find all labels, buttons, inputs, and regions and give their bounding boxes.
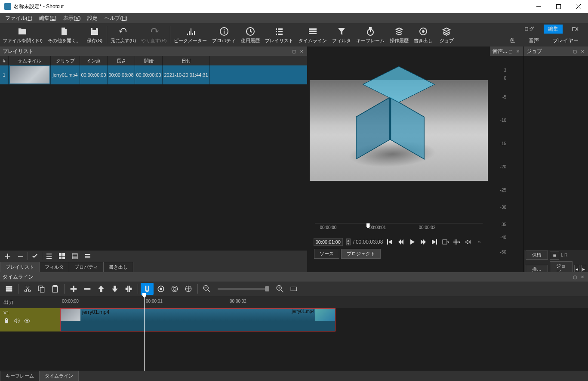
playlist-tab-プレイリスト[interactable]: プレイリスト: [0, 262, 40, 272]
export-button[interactable]: 書き出し: [411, 23, 435, 46]
menu-ファイル[interactable]: ファイル(F): [2, 13, 36, 23]
open-file-button[interactable]: ファイルを開く(O): [0, 23, 45, 46]
timeline-clip-audio[interactable]: [60, 321, 336, 331]
history-button[interactable]: 使用履歴: [238, 23, 262, 46]
zoom-out-button[interactable]: [200, 283, 213, 295]
menu-ヘルプ[interactable]: ヘルプ(H): [101, 13, 131, 23]
fast-forward-button[interactable]: [419, 238, 428, 246]
hold-button[interactable]: 保留: [526, 251, 548, 260]
rewind-button[interactable]: [397, 238, 405, 246]
playlist-col-4[interactable]: 長さ: [108, 56, 135, 65]
cut-button[interactable]: [21, 283, 34, 295]
preview-viewport[interactable]: [310, 80, 488, 181]
jobs-undock-icon[interactable]: ▢: [572, 48, 578, 54]
timecode-up[interactable]: ▲: [346, 239, 351, 242]
track-header-v1[interactable]: V1: [0, 308, 60, 331]
skip-next-button[interactable]: [430, 238, 439, 246]
zoom-fit-button[interactable]: ▾: [441, 238, 450, 246]
playlist-col-6[interactable]: 日付: [163, 56, 210, 65]
more-button[interactable]: »: [475, 238, 483, 246]
filters-button[interactable]: フィルタ: [329, 23, 354, 46]
timecode-down[interactable]: ▼: [346, 242, 351, 245]
view-tab-プレイヤー[interactable]: プレイヤー: [548, 36, 583, 45]
skip-prev-button[interactable]: [385, 238, 394, 246]
view-tab-ログ[interactable]: ログ: [520, 25, 539, 34]
current-timecode[interactable]: 00:00:01:00: [314, 238, 343, 246]
overwrite-button[interactable]: [108, 283, 121, 295]
op-history-button[interactable]: 操作履歴: [387, 23, 411, 46]
ripple-all-button[interactable]: [182, 283, 195, 295]
volume-button[interactable]: [464, 238, 472, 246]
zoom-in-button[interactable]: [274, 283, 286, 295]
playlist-update-button[interactable]: [29, 251, 41, 261]
save-button[interactable]: 保存(S): [83, 23, 106, 46]
ripple-button[interactable]: [168, 283, 181, 295]
timeline-tab-タイムライン[interactable]: タイムライン: [39, 371, 79, 381]
view-tab-FX[interactable]: FX: [568, 25, 583, 33]
timeline-clip[interactable]: jerry01.mp4 jerry01.mp4: [60, 308, 336, 321]
playlist-menu-button[interactable]: [82, 251, 94, 261]
split-button[interactable]: [122, 283, 135, 295]
timeline-ruler[interactable]: 00:00:0000:00:0100:00:02: [60, 296, 588, 308]
playlist-tab-フィルタ[interactable]: フィルタ: [39, 262, 69, 272]
playlist-col-1[interactable]: サムネイル: [9, 56, 51, 65]
menu-編集[interactable]: 編集(E): [36, 13, 60, 23]
remove-button[interactable]: [81, 283, 94, 295]
zoom-slider[interactable]: [218, 288, 269, 290]
source-tab-プロジェクト[interactable]: プロジェクト: [341, 249, 381, 259]
keyframes-button[interactable]: キーフレーム: [354, 23, 387, 46]
hide-icon[interactable]: [24, 318, 30, 324]
timeline-close-icon[interactable]: ✕: [579, 274, 585, 280]
audio-close-icon[interactable]: ✕: [515, 48, 521, 54]
minimize-button[interactable]: [529, 0, 548, 13]
playlist-col-0[interactable]: #: [0, 56, 9, 65]
timeline-playhead[interactable]: [144, 296, 145, 371]
playlist-view-tiles-button[interactable]: [56, 251, 68, 261]
redo-button[interactable]: やり直す(R): [139, 23, 169, 46]
timeline-clip-area[interactable]: jerry01.mp4 jerry01.mp4: [60, 308, 588, 331]
timeline-tab-キーフレーム[interactable]: キーフレーム: [0, 371, 40, 381]
peak-meter-button[interactable]: ピークメーター: [171, 23, 209, 46]
zoom-fit-button[interactable]: [287, 283, 300, 295]
playlist-close-icon[interactable]: ✕: [299, 48, 305, 54]
playlist-view-details-button[interactable]: [43, 251, 55, 261]
playlist-undock-icon[interactable]: ▢: [291, 48, 297, 54]
playlist-col-2[interactable]: クリップ: [51, 56, 80, 65]
paste-button[interactable]: [49, 283, 62, 295]
timeline-menu-button[interactable]: [3, 283, 15, 295]
append-button[interactable]: [67, 283, 80, 295]
playlist-tab-プロパティ[interactable]: プロパティ: [69, 262, 104, 272]
jobs-button[interactable]: ジョブ: [435, 23, 458, 46]
timeline-undock-icon[interactable]: ▢: [572, 274, 578, 280]
close-button[interactable]: [568, 0, 588, 13]
grid-button[interactable]: ▾: [453, 238, 461, 246]
playlist-col-3[interactable]: イン点: [80, 56, 108, 65]
audio-undock-icon[interactable]: ▢: [507, 48, 513, 54]
menu-設定[interactable]: 設定: [84, 13, 101, 23]
undo-button[interactable]: 元に戻す(U): [108, 23, 139, 46]
view-tab-色[interactable]: 色: [505, 36, 519, 45]
scrub-button[interactable]: [154, 283, 167, 295]
play-button[interactable]: [408, 238, 416, 246]
properties-button[interactable]: プロパティ: [209, 23, 238, 46]
open-other-button[interactable]: その他を開く。: [45, 23, 83, 46]
jobs-close-icon[interactable]: ✕: [579, 48, 585, 54]
view-tab-音声[interactable]: 音声: [524, 36, 543, 45]
maximize-button[interactable]: [548, 0, 568, 13]
lock-icon[interactable]: [3, 318, 9, 324]
preview-scrubber[interactable]: 00:00:0000:00:0100:00:02: [315, 223, 483, 236]
playlist-row[interactable]: 1jerry01.mp400:00:00:0000:00:03:0800:00:…: [0, 65, 307, 84]
timeline-button[interactable]: タイムライン: [296, 23, 329, 46]
menu-表示[interactable]: 表示(V): [60, 13, 84, 23]
jobs-menu-button[interactable]: ≡: [550, 251, 559, 260]
playlist-col-5[interactable]: 開始: [135, 56, 163, 65]
playlist-button[interactable]: プレイリスト: [262, 23, 296, 46]
playlist-tab-書き出し[interactable]: 書き出し: [103, 262, 133, 272]
view-tab-編集[interactable]: 編集: [544, 25, 563, 34]
playlist-add-button[interactable]: [2, 251, 14, 261]
source-tab-ソース[interactable]: ソース: [314, 249, 339, 259]
copy-button[interactable]: [35, 283, 48, 295]
playlist-view-icons-button[interactable]: [69, 251, 81, 261]
lift-button[interactable]: [95, 283, 108, 295]
playlist-remove-button[interactable]: [15, 251, 27, 261]
